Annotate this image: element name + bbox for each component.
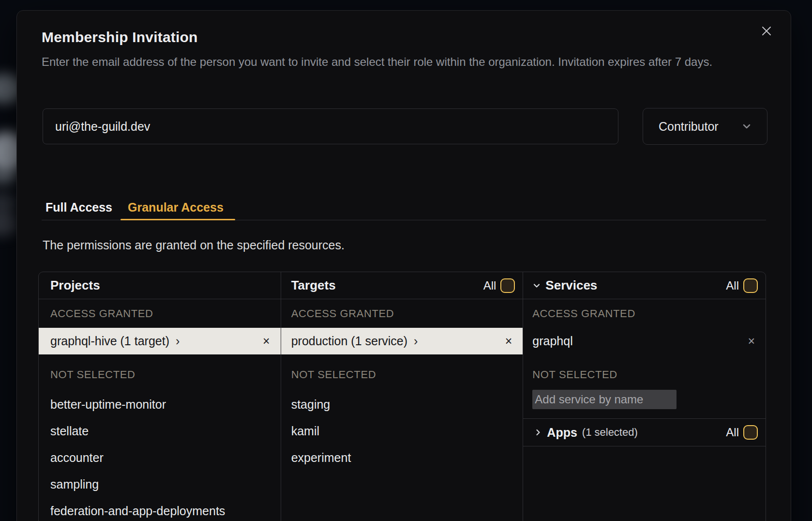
dialog-description: Enter the email address of the person yo…: [42, 52, 775, 72]
access-granted-label: ACCESS GRANTED: [281, 299, 523, 328]
chevron-right-icon: ›: [176, 334, 180, 348]
background-blur-shape: [0, 168, 17, 185]
list-item[interactable]: staging: [281, 391, 523, 418]
permissions-note: The permissions are granted on the speci…: [43, 238, 345, 252]
granted-service-name: graphql: [532, 334, 572, 348]
projects-column-header: Projects: [39, 272, 281, 299]
resources-panel: Projects ACCESS GRANTED graphql-hive (1 …: [38, 272, 766, 521]
remove-icon[interactable]: ×: [505, 334, 512, 348]
add-service-input[interactable]: [532, 390, 677, 409]
background-blur-shape: [0, 211, 18, 236]
targets-column: Targets All ACCESS GRANTED production (1…: [281, 272, 524, 521]
targets-not-selected-list: staging kamil experiment: [281, 387, 523, 471]
not-selected-label: NOT SELECTED: [39, 354, 281, 387]
role-select-value: Contributor: [659, 120, 719, 134]
selected-project-row[interactable]: graphql-hive (1 target) › ×: [39, 328, 281, 354]
access-tabs: Full Access Granular Access: [45, 200, 224, 215]
targets-column-title: Targets: [291, 278, 336, 293]
targets-all-group: All: [483, 278, 515, 293]
role-select[interactable]: Contributor: [643, 108, 767, 145]
tab-full-access[interactable]: Full Access: [45, 200, 112, 215]
projects-not-selected-list: better-uptime-monitor stellate accounter…: [39, 387, 281, 521]
not-selected-label: NOT SELECTED: [281, 354, 523, 387]
remove-icon[interactable]: ×: [263, 334, 270, 348]
invite-email-input[interactable]: [43, 108, 618, 144]
targets-all-checkbox[interactable]: [500, 278, 515, 293]
membership-invitation-dialog: Membership Invitation Enter the email ad…: [16, 10, 791, 521]
chevron-down-icon: [532, 281, 541, 290]
apps-selected-count: (1 selected): [582, 426, 638, 439]
granted-service-row: graphql ×: [523, 328, 766, 354]
list-item[interactable]: kamil: [281, 418, 523, 444]
dialog-title: Membership Invitation: [42, 29, 198, 46]
chevron-down-icon: [741, 121, 752, 132]
active-tab-underline: [120, 219, 235, 220]
apps-title: Apps: [547, 426, 577, 440]
projects-column: Projects ACCESS GRANTED graphql-hive (1 …: [39, 272, 281, 521]
remove-icon[interactable]: ×: [748, 334, 755, 348]
list-item[interactable]: experiment: [281, 444, 523, 471]
targets-column-header: Targets All: [281, 272, 523, 299]
not-selected-label: NOT SELECTED: [523, 354, 766, 387]
services-all-group: All: [726, 278, 758, 293]
selected-target-row[interactable]: production (1 service) › ×: [281, 328, 523, 354]
services-all-label: All: [726, 279, 739, 292]
apps-all-checkbox[interactable]: [743, 425, 758, 440]
list-item[interactable]: better-uptime-monitor: [39, 391, 281, 418]
services-all-checkbox[interactable]: [743, 278, 758, 293]
page-background: { "dialog": { "title": "Membership Invit…: [0, 0, 812, 521]
targets-all-label: All: [483, 279, 496, 292]
list-item[interactable]: stellate: [39, 418, 281, 444]
apps-all-group: All: [726, 425, 758, 440]
list-item[interactable]: sampling: [39, 471, 281, 498]
access-granted-label: ACCESS GRANTED: [39, 299, 281, 328]
close-button[interactable]: [757, 22, 776, 40]
background-blur-shape: [0, 193, 17, 213]
selected-target-name: production (1 service): [291, 334, 407, 348]
chevron-right-icon: ›: [414, 334, 418, 348]
services-column: Services All ACCESS GRANTED graphql × NO…: [523, 272, 766, 521]
apps-all-label: All: [726, 426, 739, 439]
close-icon: [761, 26, 772, 36]
projects-column-title: Projects: [50, 278, 100, 293]
selected-project-name: graphql-hive (1 target): [50, 334, 169, 348]
access-granted-label: ACCESS GRANTED: [523, 299, 766, 328]
apps-row[interactable]: Apps (1 selected) All: [523, 419, 766, 446]
services-column-title: Services: [545, 278, 597, 293]
services-column-header[interactable]: Services All: [523, 272, 766, 299]
chevron-right-icon: [534, 429, 542, 436]
add-service-section: [523, 387, 766, 419]
tab-granular-access[interactable]: Granular Access: [128, 200, 224, 215]
list-item[interactable]: federation-and-app-deployments: [39, 498, 281, 521]
list-item[interactable]: accounter: [39, 444, 281, 471]
